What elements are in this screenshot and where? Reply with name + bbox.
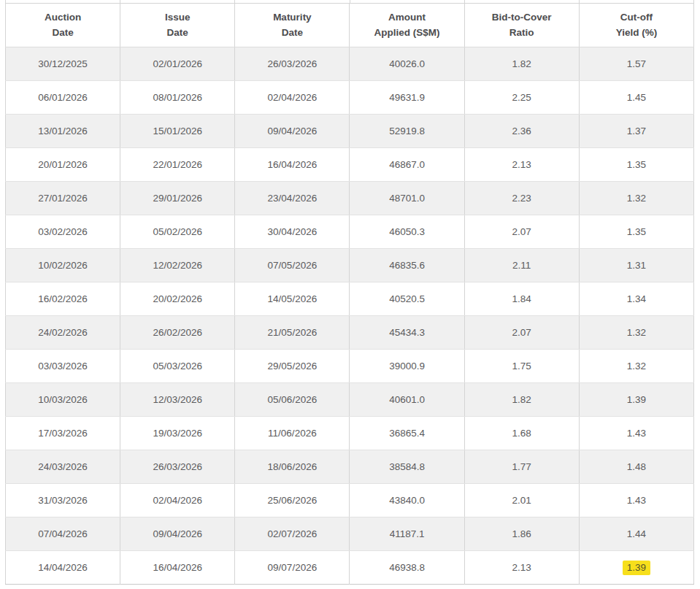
- table-cell: 1.35: [579, 215, 693, 249]
- table-cell: 24/02/2026: [6, 316, 120, 350]
- table-cell: 1.44: [579, 517, 693, 551]
- table-cell: 1.68: [464, 417, 579, 450]
- table-cell: 06/01/2026: [6, 81, 120, 115]
- table-cell: 1.32: [579, 316, 693, 350]
- column-header: Maturity Date: [235, 4, 350, 47]
- table-row: 10/03/202612/03/202605/06/202640601.01.8…: [6, 383, 694, 417]
- crop-strip-segment: [120, 0, 235, 3]
- table-cell: 38584.8: [350, 450, 464, 484]
- table-row: 03/03/202605/03/202629/05/202639000.91.7…: [6, 350, 694, 383]
- page: Auction DateIssue DateMaturity DateAmoun…: [0, 0, 700, 589]
- table-header: Auction DateIssue DateMaturity DateAmoun…: [6, 4, 694, 47]
- column-header: Bid-to-Cover Ratio: [464, 4, 579, 47]
- table-cell: 25/06/2026: [235, 484, 350, 517]
- table-row: 24/03/202626/03/202618/06/202638584.81.7…: [6, 450, 694, 484]
- table-cell: 30/12/2025: [6, 47, 120, 81]
- table-cell: 1.32: [579, 350, 693, 383]
- table-cell: 48701.0: [350, 182, 464, 215]
- table-cell: 05/03/2026: [120, 350, 235, 383]
- table-row: 17/03/202619/03/202611/06/202636865.41.6…: [6, 417, 694, 450]
- table-cell: 2.13: [464, 148, 579, 182]
- table-cell: 17/03/2026: [6, 417, 120, 450]
- table-cell: 1.82: [464, 47, 579, 81]
- table-cell: 10/03/2026: [6, 383, 120, 417]
- table-cell: 09/04/2026: [235, 115, 350, 148]
- table-row: 14/04/202616/04/202609/07/202646938.82.1…: [6, 551, 694, 585]
- cropped-row-above-strip: [5, 0, 694, 3]
- table-cell: 52919.8: [350, 115, 464, 148]
- table-cell: 31/03/2026: [6, 484, 120, 517]
- table-cell: 1.86: [464, 517, 579, 551]
- table-cell: 1.75: [464, 350, 579, 383]
- table-cell: 05/02/2026: [120, 215, 235, 249]
- table-cell: 15/01/2026: [120, 115, 235, 148]
- table-cell: 26/03/2026: [120, 450, 235, 484]
- table-row: 30/12/202502/01/202626/03/202640026.01.8…: [6, 47, 694, 81]
- table-cell: 1.32: [579, 182, 693, 215]
- table-row: 13/01/202615/01/202609/04/202652919.82.3…: [6, 115, 694, 148]
- table-cell: 1.43: [579, 417, 693, 450]
- table-cell: 14/04/2026: [6, 551, 120, 585]
- table-cell: 03/02/2026: [6, 215, 120, 249]
- table-cell: 40601.0: [350, 383, 464, 417]
- table-cell: 23/04/2026: [235, 182, 350, 215]
- table-cell: 16/02/2026: [6, 282, 120, 316]
- table-cell: 1.82: [464, 383, 579, 417]
- header-row: Auction DateIssue DateMaturity DateAmoun…: [6, 4, 694, 47]
- table-body: 30/12/202502/01/202626/03/202640026.01.8…: [6, 47, 694, 585]
- table-cell: 1.77: [464, 450, 579, 484]
- table-cell: 03/03/2026: [6, 350, 120, 383]
- table-cell: 29/05/2026: [235, 350, 350, 383]
- table-cell: 16/04/2026: [120, 551, 235, 585]
- table-cell: 43840.0: [350, 484, 464, 517]
- table-cell: 2.13: [464, 551, 579, 585]
- auction-results-table: Auction DateIssue DateMaturity DateAmoun…: [5, 3, 694, 585]
- crop-strip-segment: [580, 0, 693, 3]
- table-cell: 02/01/2026: [120, 47, 235, 81]
- table-row: 03/02/202605/02/202630/04/202646050.32.0…: [6, 215, 694, 249]
- table-cell: 2.01: [464, 484, 579, 517]
- table-cell: 46050.3: [350, 215, 464, 249]
- table-row: 07/04/202609/04/202602/07/202641187.11.8…: [6, 517, 694, 551]
- table-row: 16/02/202620/02/202614/05/202640520.51.8…: [6, 282, 694, 316]
- table-cell: 1.31: [579, 249, 693, 282]
- table-cell: 18/06/2026: [235, 450, 350, 484]
- table-cell: 16/04/2026: [235, 148, 350, 182]
- table-cell: 2.25: [464, 81, 579, 115]
- crop-strip-segment: [350, 0, 465, 3]
- table-cell: 29/01/2026: [120, 182, 235, 215]
- table-cell: 07/04/2026: [6, 517, 120, 551]
- table-cell: 05/06/2026: [235, 383, 350, 417]
- table-row: 31/03/202602/04/202625/06/202643840.02.0…: [6, 484, 694, 517]
- table-cell: 24/03/2026: [6, 450, 120, 484]
- table-cell: 1.84: [464, 282, 579, 316]
- table-cell: 12/02/2026: [120, 249, 235, 282]
- table-cell: 1.37: [579, 115, 693, 148]
- table-cell: 20/02/2026: [120, 282, 235, 316]
- table-cell: 10/02/2026: [6, 249, 120, 282]
- table-cell: 19/03/2026: [120, 417, 235, 450]
- table-cell: 08/01/2026: [120, 81, 235, 115]
- table-cell: 46938.8: [350, 551, 464, 585]
- table-cell: 2.07: [464, 215, 579, 249]
- table-cell: 1.43: [579, 484, 693, 517]
- column-header: Cut-off Yield (%): [579, 4, 693, 47]
- table-cell: 1.39: [579, 551, 693, 585]
- table-cell: 49631.9: [350, 81, 464, 115]
- table-cell: 46867.0: [350, 148, 464, 182]
- table-cell: 40026.0: [350, 47, 464, 81]
- table-row: 24/02/202626/02/202621/05/202645434.32.0…: [6, 316, 694, 350]
- highlighted-yield-value: 1.39: [623, 561, 650, 575]
- table-cell: 27/01/2026: [6, 182, 120, 215]
- table-cell: 21/05/2026: [235, 316, 350, 350]
- table-row: 06/01/202608/01/202602/04/202649631.92.2…: [6, 81, 694, 115]
- column-header: Issue Date: [120, 4, 235, 47]
- table-cell: 45434.3: [350, 316, 464, 350]
- table-cell: 11/06/2026: [235, 417, 350, 450]
- table-cell: 26/02/2026: [120, 316, 235, 350]
- column-header: Auction Date: [6, 4, 120, 47]
- table-cell: 40520.5: [350, 282, 464, 316]
- crop-strip-segment: [235, 0, 350, 3]
- table-row: 10/02/202612/02/202607/05/202646835.62.1…: [6, 249, 694, 282]
- table-cell: 26/03/2026: [235, 47, 350, 81]
